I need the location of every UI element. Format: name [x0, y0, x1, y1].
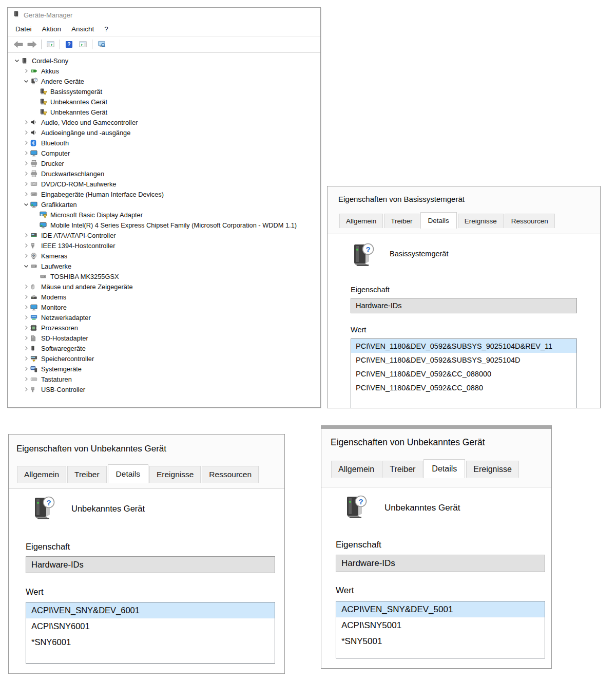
tab-ereignisse[interactable]: Ereignisse: [466, 461, 519, 478]
hardware-id-value[interactable]: ACPI\VEN_SNY&DEV_5001: [336, 601, 545, 617]
tab-details[interactable]: Details: [424, 459, 465, 478]
device-properties-icon[interactable]: [94, 38, 108, 51]
tree-item[interactable]: DVD/CD-ROM-Laufwerke: [8, 179, 320, 189]
action-pane-icon[interactable]: [76, 38, 90, 51]
hardware-id-value[interactable]: PCI\VEN_1180&DEV_0592&SUBSYS_9025104D&RE…: [351, 339, 576, 353]
tab-details[interactable]: Details: [420, 212, 457, 229]
hardware-id-value[interactable]: ACPI\SNY5001: [336, 617, 545, 633]
tree-item[interactable]: Basissystemgerät: [8, 86, 320, 97]
chevron-collapsed-icon[interactable]: [22, 375, 30, 383]
chevron-collapsed-icon[interactable]: [22, 242, 30, 250]
chevron-expanded-icon[interactable]: [22, 201, 30, 209]
chevron-collapsed-icon[interactable]: [22, 119, 30, 126]
chevron-collapsed-icon[interactable]: [22, 129, 30, 137]
chevron-collapsed-icon[interactable]: [22, 67, 30, 75]
chevron-collapsed-icon[interactable]: [22, 170, 30, 178]
tab-treiber[interactable]: Treiber: [67, 466, 107, 483]
help-icon[interactable]: ?: [62, 38, 76, 51]
tree-item[interactable]: IDE ATA/ATAPI-Controller: [8, 230, 320, 240]
chevron-collapsed-icon[interactable]: [22, 149, 30, 157]
tree-item[interactable]: Grafikkarten: [8, 199, 320, 210]
tab-ereignisse[interactable]: Ereignisse: [149, 466, 201, 483]
tab-allgemein[interactable]: Allgemein: [17, 466, 66, 483]
tree-item[interactable]: Tastaturen: [8, 374, 320, 384]
tab-details[interactable]: Details: [108, 464, 148, 483]
tree-item[interactable]: USB-Controller: [8, 384, 320, 394]
tree-item[interactable]: Kameras: [8, 251, 320, 261]
chevron-collapsed-icon[interactable]: [22, 304, 30, 311]
tab-allgemein[interactable]: Allgemein: [331, 461, 381, 478]
chevron-collapsed-icon[interactable]: [22, 139, 30, 147]
tree-item[interactable]: SD-Hostadapter: [8, 333, 320, 343]
hardware-id-value[interactable]: PCI\VEN_1180&DEV_0592&CC_0880: [351, 381, 576, 394]
tree-item[interactable]: Eingabegeräte (Human Interface Devices): [8, 189, 320, 199]
property-dropdown[interactable]: Hardware-IDs: [351, 298, 577, 313]
tree-item[interactable]: Speichercontroller: [8, 353, 320, 364]
forward-arrow-icon[interactable]: [25, 38, 39, 51]
property-dropdown[interactable]: Hardware-IDs: [336, 555, 545, 572]
tree-item[interactable]: Microsoft Basic Display Adapter: [8, 210, 320, 220]
tree-item[interactable]: Druckwarteschlangen: [8, 168, 320, 179]
back-arrow-icon[interactable]: [11, 38, 25, 51]
tree-item[interactable]: Softwaregeräte: [8, 343, 320, 353]
tree-item[interactable]: ?Andere Geräte: [8, 76, 320, 86]
menu-item-datei[interactable]: Datei: [10, 23, 37, 35]
hardware-id-value[interactable]: PCI\VEN_1180&DEV_0592&CC_088000: [351, 367, 576, 381]
tab-ressourcen[interactable]: Ressourcen: [505, 214, 555, 228]
tree-item[interactable]: Unbekanntes Gerät: [8, 107, 320, 117]
menu-item-?[interactable]: ?: [99, 23, 113, 35]
tree-item[interactable]: Modems: [8, 292, 320, 302]
chevron-collapsed-icon[interactable]: [22, 180, 30, 188]
chevron-collapsed-icon[interactable]: [22, 252, 30, 260]
tree-item[interactable]: Audio, Video und Gamecontroller: [8, 117, 320, 127]
menu-item-aktion[interactable]: Aktion: [37, 23, 67, 35]
chevron-collapsed-icon[interactable]: [22, 293, 30, 301]
tree-item[interactable]: Audioeingänge und -ausgänge: [8, 127, 320, 138]
tree-item[interactable]: Akkus: [8, 66, 320, 76]
chevron-collapsed-icon[interactable]: [22, 283, 30, 291]
menu-item-ansicht[interactable]: Ansicht: [66, 23, 99, 35]
hardware-id-value[interactable]: ACPI\SNY6001: [26, 618, 275, 634]
chevron-collapsed-icon[interactable]: [22, 232, 30, 239]
show-console-tree-icon[interactable]: [44, 38, 57, 51]
chevron-collapsed-icon[interactable]: [22, 324, 30, 332]
tree-item[interactable]: Laufwerke: [8, 261, 320, 271]
chevron-collapsed-icon[interactable]: [22, 160, 30, 167]
hardware-id-value[interactable]: *SNY6001: [26, 634, 275, 650]
tree-item[interactable]: Mobile Intel(R) 4 Series Express Chipset…: [8, 220, 320, 230]
property-dropdown[interactable]: Hardware-IDs: [26, 556, 275, 573]
value-listbox[interactable]: ACPI\VEN_SNY&DEV_5001ACPI\SNY5001*SNY500…: [336, 601, 545, 658]
chevron-expanded-icon[interactable]: [22, 262, 30, 270]
chevron-collapsed-icon[interactable]: [22, 334, 30, 342]
value-listbox[interactable]: PCI\VEN_1180&DEV_0592&SUBSYS_9025104D&RE…: [351, 338, 577, 408]
value-listbox[interactable]: ACPI\VEN_SNY&DEV_6001ACPI\SNY6001*SNY600…: [26, 602, 275, 664]
tree-item[interactable]: IEEE 1394-Hostcontroller: [8, 240, 320, 251]
hardware-id-value[interactable]: PCI\VEN_1180&DEV_0592&SUBSYS_9025104D: [351, 353, 576, 367]
tree-item[interactable]: Bluetooth: [8, 138, 320, 148]
tree-item[interactable]: Monitore: [8, 302, 320, 312]
tab-allgemein[interactable]: Allgemein: [339, 214, 383, 228]
tab-treiber[interactable]: Treiber: [384, 214, 419, 228]
chevron-collapsed-icon[interactable]: [22, 314, 30, 322]
tree-item[interactable]: Systemgeräte: [8, 364, 320, 374]
chevron-collapsed-icon[interactable]: [22, 345, 30, 352]
chevron-collapsed-icon[interactable]: [22, 355, 30, 363]
chevron-expanded-icon[interactable]: [13, 57, 21, 65]
chevron-expanded-icon[interactable]: [22, 78, 30, 85]
hardware-id-value[interactable]: *SNY5001: [336, 633, 545, 649]
tree-item[interactable]: Cordel-Sony: [8, 55, 320, 66]
chevron-collapsed-icon[interactable]: [22, 191, 30, 198]
tree-item[interactable]: TOSHIBA MK3255GSX: [8, 271, 320, 281]
tab-ressourcen[interactable]: Ressourcen: [202, 466, 259, 483]
hardware-id-value[interactable]: ACPI\VEN_SNY&DEV_6001: [26, 602, 275, 618]
chevron-collapsed-icon[interactable]: [22, 365, 30, 373]
tree-item[interactable]: Mäuse und andere Zeigegeräte: [8, 281, 320, 292]
tab-ereignisse[interactable]: Ereignisse: [458, 214, 504, 228]
tree-item[interactable]: Netzwerkadapter: [8, 312, 320, 323]
chevron-collapsed-icon[interactable]: [22, 386, 30, 393]
tree-item[interactable]: Prozessoren: [8, 323, 320, 333]
tree-item[interactable]: Computer: [8, 148, 320, 158]
tree-item[interactable]: Drucker: [8, 158, 320, 168]
tab-treiber[interactable]: Treiber: [382, 461, 422, 478]
tree-item[interactable]: Unbekanntes Gerät: [8, 97, 320, 107]
